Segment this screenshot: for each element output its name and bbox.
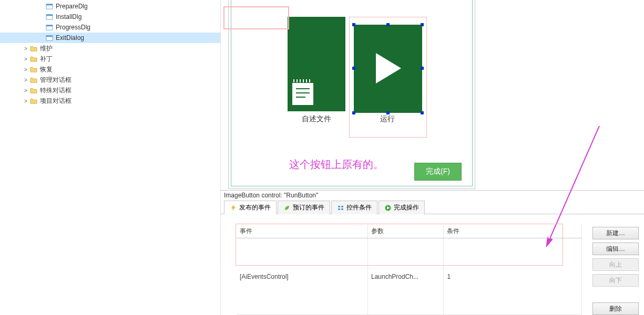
dialog-icon: [45, 23, 54, 32]
notepad-icon: [292, 79, 314, 107]
table-row[interactable]: [AiEventsControl]LaunchProdCh...1: [237, 238, 582, 315]
events-grid[interactable]: 事件 参数 条件 [AiEventsControl]LaunchProdCh..…: [237, 225, 582, 315]
annotation-text: 这个按钮上原有的。: [289, 158, 384, 172]
move-up-button[interactable]: 向上: [592, 258, 639, 271]
tree-item-管理对话框[interactable]: >管理对话框: [0, 75, 220, 85]
controls-icon: [337, 204, 344, 212]
tree-label: 特殊对话框: [40, 86, 71, 95]
dialog-designer: 自述文件: [221, 0, 644, 190]
tree-item-项目对话框[interactable]: >项目对话框: [0, 96, 220, 106]
readme-button[interactable]: [288, 17, 345, 111]
tree-toggle[interactable]: >: [22, 98, 29, 104]
tree-label: ExitDialog: [56, 34, 84, 41]
svg-rect-25: [341, 208, 343, 210]
tree-item-补丁[interactable]: >补丁: [0, 54, 220, 64]
dialog-icon: [45, 13, 54, 21]
tree-label: 维护: [40, 44, 53, 53]
delete-button[interactable]: 删除: [592, 302, 639, 315]
tree-label: 项目对话框: [40, 97, 71, 106]
tree-item-维护[interactable]: >维护: [0, 43, 220, 54]
tree-label: 恢复: [40, 65, 53, 74]
folder-icon: [29, 65, 38, 74]
play-icon: [374, 51, 403, 87]
col-header-cond[interactable]: 条件: [444, 225, 582, 238]
dialog-icon: [45, 2, 54, 10]
tree-item-progressdlg[interactable]: ProgressDlg: [0, 22, 220, 33]
tree-label: PrepareDlg: [56, 3, 88, 10]
tree-label: InstallDlg: [56, 13, 81, 20]
run-caption: 运行: [353, 114, 422, 124]
tree-label: 管理对话框: [40, 76, 71, 85]
folder-icon: [29, 97, 38, 105]
new-button[interactable]: 新建…: [592, 227, 639, 239]
col-header-event[interactable]: 事件: [237, 225, 367, 238]
events-tab-row: 发布的事件预订的事件控件条件完成操作: [221, 200, 644, 214]
svg-rect-1: [46, 4, 53, 6]
tree-item-exitdialog[interactable]: ExitDialog: [0, 33, 220, 43]
svg-rect-8: [293, 83, 313, 104]
tab-label: 控件条件: [346, 203, 372, 212]
selection-handle[interactable]: [352, 23, 355, 26]
selection-handle[interactable]: [386, 23, 390, 26]
selection-handle[interactable]: [421, 23, 424, 26]
selection-handle[interactable]: [352, 67, 355, 70]
tree-label: 补丁: [40, 55, 53, 64]
control-info-label: ImageButton control: "RunButton": [221, 191, 644, 200]
tab-label: 完成操作: [394, 203, 419, 212]
tree-toggle[interactable]: >: [22, 67, 29, 72]
finish-button[interactable]: 完成(F): [414, 163, 462, 181]
folder-icon: [29, 55, 38, 63]
tab-预订的事件[interactable]: 预订的事件: [278, 201, 330, 214]
tab-label: 发布的事件: [239, 203, 271, 212]
svg-marker-18: [376, 53, 401, 83]
svg-rect-23: [341, 206, 343, 207]
tab-发布的事件[interactable]: 发布的事件: [224, 201, 277, 214]
tree-item-preparedlg[interactable]: PrepareDlg: [0, 1, 220, 12]
folder-icon: [29, 86, 38, 94]
dialog-icon: [45, 34, 54, 42]
tree-item-特殊对话框[interactable]: >特殊对话框: [0, 85, 220, 96]
svg-rect-3: [46, 15, 53, 16]
run-button[interactable]: [354, 25, 422, 113]
edit-button[interactable]: 编辑…: [592, 243, 639, 255]
selection-handle[interactable]: [421, 67, 424, 70]
tree-item-恢复[interactable]: >恢复: [0, 64, 220, 75]
leaf-icon: [283, 204, 291, 212]
tab-label: 预订的事件: [293, 203, 324, 212]
svg-rect-5: [46, 25, 53, 27]
move-down-button[interactable]: 向下: [592, 274, 639, 287]
col-header-param[interactable]: 参数: [367, 225, 443, 238]
svg-rect-22: [338, 206, 340, 207]
cell-event[interactable]: [AiEventsControl]: [237, 238, 367, 315]
svg-rect-24: [338, 208, 340, 210]
tree-toggle[interactable]: >: [22, 46, 29, 51]
tab-完成操作[interactable]: 完成操作: [379, 201, 425, 214]
tree-label: ProgressDlg: [56, 24, 90, 31]
tree-toggle[interactable]: >: [22, 88, 29, 93]
cell-cond[interactable]: 1: [444, 238, 582, 315]
tab-控件条件[interactable]: 控件条件: [331, 201, 377, 214]
tree-item-installdlg[interactable]: InstallDlg: [0, 12, 220, 22]
play-icon: [384, 204, 392, 212]
tree-toggle[interactable]: >: [22, 77, 29, 83]
folder-icon: [29, 76, 38, 84]
dialog-tree: PrepareDlgInstallDlgProgressDlgExitDialo…: [0, 0, 221, 315]
folder-icon: [29, 44, 38, 52]
readme-caption: 自述文件: [288, 114, 345, 124]
tree-toggle[interactable]: >: [22, 56, 29, 62]
lightning-icon: [230, 204, 237, 212]
svg-marker-21: [231, 205, 236, 211]
svg-rect-7: [46, 36, 53, 37]
cell-param[interactable]: LaunchProdCh...: [367, 238, 443, 315]
